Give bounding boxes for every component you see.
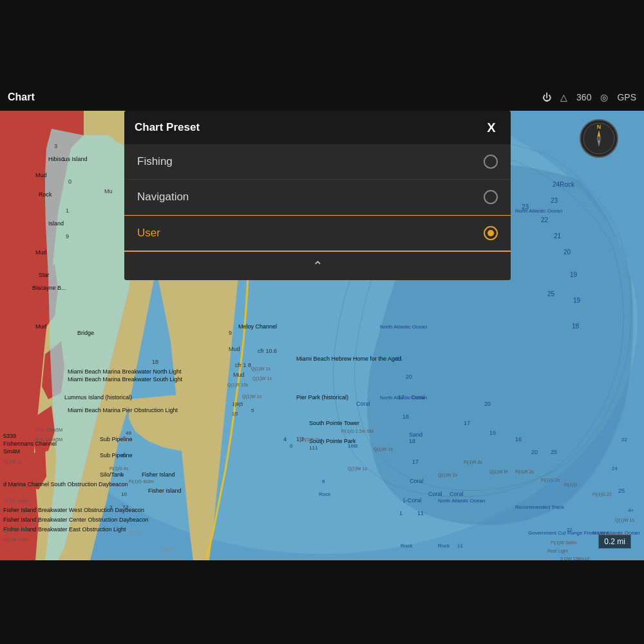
power-icon[interactable]: ⏻ xyxy=(542,92,551,102)
svg-text:24: 24 xyxy=(612,466,618,471)
preset-item-fishing[interactable]: Fishing xyxy=(124,144,511,180)
svg-text:11: 11 xyxy=(417,510,424,516)
radio-selected-indicator xyxy=(488,230,494,236)
svg-text:25: 25 xyxy=(551,449,557,455)
svg-text:21: 21 xyxy=(554,232,562,240)
svg-text:cfr 1 8: cfr 1 8 xyxy=(235,362,251,368)
svg-text:0: 0 xyxy=(290,443,293,449)
svg-text:T3: T3 xyxy=(122,504,129,510)
svg-text:Miami Beach Marina Breakwater : Miami Beach Marina Breakwater North Ligh… xyxy=(68,368,182,375)
svg-text:Rock: Rock xyxy=(438,543,450,549)
svg-text:17: 17 xyxy=(398,394,404,401)
screen-container: Chart ⏻ △ 360 ◎ GPS xyxy=(0,0,644,644)
svg-text:17: 17 xyxy=(464,420,470,426)
svg-text:Mud: Mud xyxy=(35,172,47,178)
close-button[interactable]: X xyxy=(482,118,500,137)
svg-text:22: 22 xyxy=(621,437,627,442)
svg-text:Mu: Mu xyxy=(104,188,113,194)
svg-text:Recommended Track: Recommended Track xyxy=(515,504,565,510)
svg-text:25: 25 xyxy=(547,290,555,298)
svg-text:Miami Beach Marina Breakwater : Miami Beach Marina Breakwater South Ligh… xyxy=(68,376,183,383)
svg-text:18: 18 xyxy=(402,413,409,420)
svg-text:4: 4 xyxy=(283,436,287,442)
chart-title: Chart xyxy=(8,91,35,103)
svg-text:Fl(1)R 2s: Fl(1)R 2s xyxy=(301,437,320,442)
svg-text:111: 111 xyxy=(309,445,318,451)
fishing-label: Fishing xyxy=(137,155,173,168)
svg-text:South Pointe Tower: South Pointe Tower xyxy=(309,420,359,426)
svg-text:1: 1 xyxy=(320,440,323,446)
svg-text:1: 1 xyxy=(62,156,65,162)
svg-text:Sand: Sand xyxy=(161,546,173,552)
svg-text:Bridge: Bridge xyxy=(77,330,94,336)
svg-text:Fl(1)W 2s8m: Fl(1)W 2s8m xyxy=(551,540,576,545)
svg-text:Mud: Mud xyxy=(35,249,47,256)
collapse-button[interactable]: ⌃ xyxy=(312,258,323,274)
svg-text:Pier Park (historical): Pier Park (historical) xyxy=(296,394,348,401)
svg-text:1|5: 1|5 xyxy=(232,412,238,417)
svg-text:cfr 10.6: cfr 10.6 xyxy=(258,348,277,354)
svg-text:Fl(1)G 4s2m: Fl(1)G 4s2m xyxy=(3,498,28,504)
svg-text:Reef Light: Reef Light xyxy=(547,549,568,554)
svg-text:21: 21 xyxy=(121,453,127,459)
svg-text:Mud: Mud xyxy=(233,372,245,378)
svg-text:19: 19 xyxy=(570,271,578,278)
svg-text:Island: Island xyxy=(48,220,64,227)
svg-text:d Marina Channel South Obstruc: d Marina Channel South Obstruction Daybe… xyxy=(3,481,128,488)
svg-text:1|8|5: 1|8|5 xyxy=(232,401,243,407)
svg-text:10: 10 xyxy=(121,491,127,497)
svg-text:Fl(1)G 4s2m: Fl(1)G 4s2m xyxy=(129,479,154,484)
svg-text:Q(1)R 15s: Q(1)R 15s xyxy=(227,383,249,388)
svg-text:Q(1)W 1s: Q(1)W 1s xyxy=(242,394,261,399)
svg-text:North Atlantic Ocean: North Atlantic Ocean xyxy=(380,324,427,330)
svg-text:Coral: Coral xyxy=(450,491,464,497)
svg-text:Fl(1)G 4s: Fl(1)G 4s xyxy=(3,460,23,465)
svg-text:Fl(1)R 2s: Fl(1)R 2s xyxy=(515,469,534,475)
svg-text:17: 17 xyxy=(412,459,419,465)
svg-text:Q(1)W 1s: Q(1)W 1s xyxy=(615,518,634,523)
svg-text:Coral: Coral xyxy=(356,401,370,407)
svg-text:Q(1)W 1s: Q(1)W 1s xyxy=(251,366,270,372)
compass-icon[interactable]: ◎ xyxy=(600,92,608,102)
svg-text:Q(1)W 1s: Q(1)W 1s xyxy=(348,466,367,471)
svg-text:Fl G 4s5m5M: Fl G 4s5m5M xyxy=(35,428,62,432)
user-radio[interactable] xyxy=(484,226,498,240)
svg-text:20: 20 xyxy=(564,249,571,256)
svg-text:4+: 4+ xyxy=(628,507,634,513)
svg-text:3: 3 xyxy=(54,143,57,149)
svg-text:16t8: 16t8 xyxy=(348,443,358,449)
svg-text:Fisher Island Breakwater Cente: Fisher Island Breakwater Center Obstruct… xyxy=(3,516,149,523)
svg-text:21: 21 xyxy=(396,355,402,362)
preset-item-user[interactable]: User xyxy=(124,215,511,252)
svg-text:Q(1)W 1s: Q(1)W 1s xyxy=(252,376,272,381)
scale-value: 0.2 mi xyxy=(604,537,625,546)
fishing-radio[interactable] xyxy=(484,155,498,169)
navigation-radio[interactable] xyxy=(484,190,498,204)
svg-text:Coral: Coral xyxy=(410,478,424,484)
svg-text:25: 25 xyxy=(618,488,625,494)
svg-text:Sub Pipeline: Sub Pipeline xyxy=(100,452,133,459)
svg-text:Coral: Coral xyxy=(411,394,425,401)
svg-text:Q(1)W 152m: Q(1)W 152m xyxy=(3,527,29,533)
svg-text:11: 11 xyxy=(457,543,463,549)
svg-text:Sand: Sand xyxy=(129,529,142,536)
svg-text:5339: 5339 xyxy=(3,433,16,439)
svg-text:9: 9 xyxy=(229,330,232,336)
svg-text:22: 22 xyxy=(567,527,573,533)
preset-item-navigation[interactable]: Navigation xyxy=(124,180,511,215)
gps-icon[interactable]: GPS xyxy=(617,92,636,102)
svg-text:8: 8 xyxy=(322,478,325,484)
alert-icon[interactable]: △ xyxy=(560,92,567,102)
svg-text:Biscayne B...: Biscayne B... xyxy=(32,285,66,291)
svg-text:Miami Beach Hebrew Home for th: Miami Beach Hebrew Home for the Aged xyxy=(296,355,401,362)
view-360-icon[interactable]: 360 xyxy=(576,92,591,102)
svg-text:16: 16 xyxy=(515,436,522,442)
svg-text:19: 19 xyxy=(573,297,581,304)
svg-text:Rock: Rock xyxy=(319,491,331,497)
top-bar-icons: ⏻ △ 360 ◎ GPS xyxy=(542,92,636,102)
svg-text:North Atlantic Ocean: North Atlantic Ocean xyxy=(438,498,485,504)
svg-text:Fisher Island: Fisher Island xyxy=(142,471,175,478)
svg-text:49: 49 xyxy=(126,430,131,436)
modal-header: Chart Preset X xyxy=(124,111,511,144)
svg-text:Rock: Rock xyxy=(39,191,52,198)
